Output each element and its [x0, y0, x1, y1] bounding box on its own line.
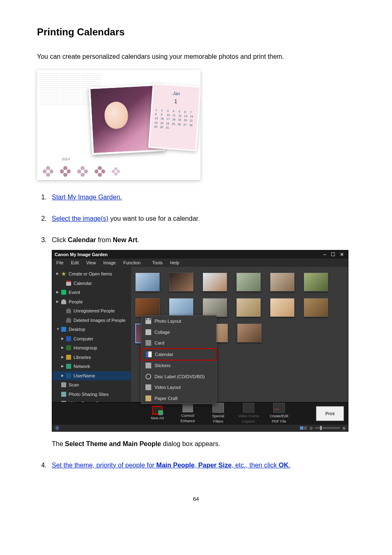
flower-icon [111, 166, 121, 176]
svg-point-0 [46, 166, 50, 170]
svg-point-9 [64, 170, 67, 173]
popup-photo-layout[interactable]: Photo Layout [141, 316, 216, 327]
network-icon [66, 364, 71, 369]
thumbnail[interactable] [304, 273, 328, 291]
svg-point-8 [63, 173, 67, 177]
sidebar-item-scan[interactable]: Scan [52, 380, 131, 390]
flower-icon [42, 165, 54, 178]
toolbar-correct-enhance[interactable]: Correct/ Enhance [176, 403, 199, 424]
svg-point-15 [98, 166, 102, 170]
app-title: Canon My Image Garden [55, 251, 108, 258]
sidebar-item-calendar[interactable]: Calendar [52, 279, 131, 288]
flower-icon [94, 165, 106, 178]
select-images-link[interactable]: Select the image(s) [52, 215, 108, 222]
thumbnail[interactable] [203, 273, 227, 291]
new-art-icon [152, 406, 163, 415]
menu-tools[interactable]: Tools [152, 259, 163, 266]
popup-disc-label[interactable]: Disc Label (CD/DVD/BD) [141, 371, 216, 382]
flower-icon [76, 165, 89, 178]
menu-function[interactable]: Function [123, 259, 141, 266]
popup-calendar[interactable]: Calendar [141, 348, 217, 361]
thumbnail[interactable] [203, 298, 227, 317]
event-icon [61, 290, 66, 295]
popup-card[interactable]: Card [141, 338, 216, 349]
menu-edit[interactable]: Edit [71, 259, 79, 266]
svg-point-18 [98, 173, 102, 177]
disc-icon [145, 374, 151, 379]
svg-point-20 [114, 167, 118, 171]
titlebar[interactable]: Canon My Image Garden – ☐ ✕ [52, 250, 348, 259]
thumbnail[interactable] [304, 298, 328, 317]
popup-collage[interactable]: Collage [141, 327, 216, 338]
thumbnail[interactable] [237, 324, 262, 342]
menubar[interactable]: File Edit View Image Function Tools Help [52, 259, 348, 267]
zoom-in-icon[interactable]: ⊕ [342, 425, 346, 431]
people-icon [61, 299, 66, 304]
hero-year: 2014 [62, 157, 70, 162]
toolbar-special-filters[interactable]: Special Filters [207, 403, 230, 425]
toolbar-new-art[interactable]: New Art [146, 406, 169, 421]
thumbnail[interactable] [236, 273, 261, 291]
sidebar[interactable]: ▶Create or Open Items Calendar ▶Event ▶P… [52, 267, 131, 402]
sidebar-item-libraries[interactable]: ▶Libraries [52, 353, 131, 362]
thumbnail[interactable] [270, 298, 295, 317]
step-3: Click Calendar from New Art. Canon My Im… [48, 235, 355, 449]
menu-help[interactable]: Help [170, 259, 180, 266]
popup-stickers[interactable]: Stickers [141, 360, 216, 371]
libraries-icon [66, 355, 71, 360]
svg-point-21 [112, 170, 115, 173]
sidebar-item-event[interactable]: ▶Event [52, 288, 131, 297]
sidebar-item-computer[interactable]: ▶Computer [52, 334, 131, 344]
thumbnail[interactable] [135, 273, 160, 291]
svg-point-14 [81, 170, 84, 173]
sidebar-item-sharing[interactable]: Photo Sharing Sites [52, 390, 131, 399]
sidebar-item-username[interactable]: ▶UserName [52, 371, 131, 381]
homegroup-icon [66, 345, 71, 350]
sidebar-item-desktop[interactable]: ▼Desktop [52, 325, 131, 334]
sidebar-item-homegroup[interactable]: ▶Homegroup [52, 343, 131, 353]
sidebar-item-people[interactable]: ▶People [52, 297, 131, 307]
star-icon [61, 271, 66, 276]
sidebar-item-network[interactable]: ▶Network [52, 362, 131, 371]
menu-view[interactable]: View [86, 259, 96, 266]
popup-video-layout[interactable]: Video Layout [141, 382, 216, 393]
svg-point-1 [43, 169, 47, 173]
svg-point-2 [49, 169, 53, 173]
thumbnail[interactable] [135, 298, 160, 317]
window-controls[interactable]: – ☐ ✕ [323, 251, 346, 258]
menu-image[interactable]: Image [103, 259, 116, 266]
menu-file[interactable]: File [56, 259, 64, 266]
toolbar-video-capture: Video Frame Capture [237, 403, 260, 425]
zoom-slider[interactable] [315, 427, 340, 429]
step-1: Start My Image Garden. [48, 192, 355, 202]
svg-point-3 [46, 173, 50, 177]
svg-point-12 [84, 169, 88, 173]
zoom-out-icon[interactable]: ⊖ [309, 425, 313, 431]
sidebar-item-unreg[interactable]: Unregistered People [52, 306, 131, 316]
pdf-icon [273, 403, 285, 413]
svg-point-17 [101, 169, 105, 173]
svg-point-5 [63, 166, 67, 170]
step2-rest: you want to use for a calendar. [108, 215, 200, 222]
share-icon [61, 392, 66, 397]
thumbnail[interactable] [270, 273, 295, 291]
step3-subtext: The Select Theme and Main People dialog … [52, 439, 355, 449]
sidebar-item-videoframe[interactable]: Video Frame Capture [52, 399, 131, 402]
print-button[interactable]: Print [316, 406, 344, 421]
step3-text: Click Calendar from New Art. [52, 236, 139, 243]
sidebar-item-create[interactable]: ▶Create or Open Items [52, 269, 131, 279]
thumbnail[interactable] [169, 298, 194, 317]
set-theme-link[interactable]: Set the theme, priority of people for Ma… [52, 462, 291, 469]
video-capture-icon [243, 403, 254, 413]
thumbnail[interactable] [236, 298, 261, 317]
popup-paper-craft[interactable]: Paper Craft [141, 393, 216, 404]
sidebar-item-deleted[interactable]: Deleted Images of People [52, 316, 131, 325]
info-icon[interactable]: i [55, 426, 60, 430]
start-app-link[interactable]: Start My Image Garden. [52, 194, 122, 201]
correct-icon [182, 403, 193, 412]
thumbnail[interactable] [169, 273, 194, 291]
view-mode-toggle[interactable] [300, 426, 307, 430]
paper-craft-icon [145, 395, 151, 401]
toolbar-pdf[interactable]: Create/Edit PDF File [267, 403, 291, 425]
page-number: 64 [37, 495, 355, 503]
